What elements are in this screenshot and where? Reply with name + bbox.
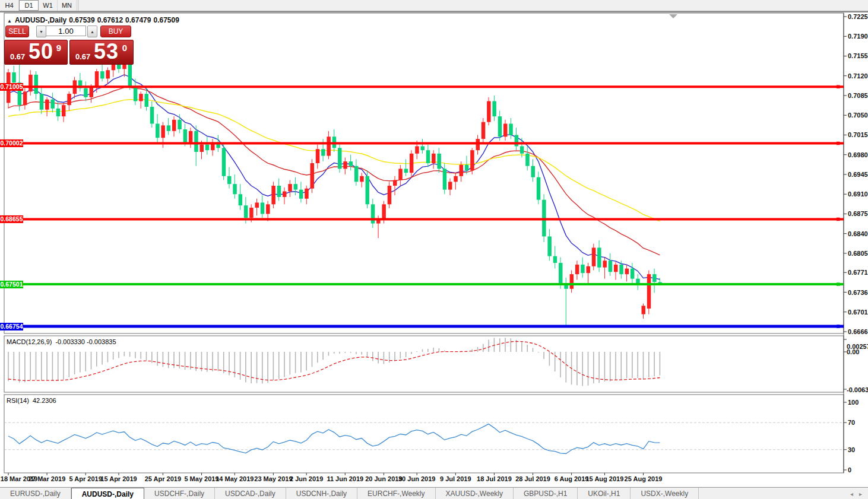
collapse-icon[interactable]: ▲ xyxy=(7,18,12,24)
price-tick-label: 0.71550 xyxy=(848,52,868,59)
rsi-tick-label: 100 xyxy=(848,399,859,406)
price-tick-label: 0.70850 xyxy=(848,92,868,99)
buy-quote-box[interactable]: 0.67 53 0 xyxy=(69,40,134,65)
rsi-name: RSI(14) xyxy=(7,397,29,404)
ohlc-close: 0.67509 xyxy=(153,16,179,24)
panel-splitter[interactable] xyxy=(4,391,844,393)
chart-tab-ukoilh1[interactable]: UKOil-,H1 xyxy=(578,488,631,499)
macd-signal-value: -0.003835 xyxy=(87,338,116,345)
date-tick-label: 6 Aug 2019 xyxy=(555,475,589,482)
chart-tab-usdxweekly[interactable]: USDX-,Weekly xyxy=(631,488,699,499)
price-tick-label: 0.69100 xyxy=(848,190,868,198)
macd-tick-label: 0.00 xyxy=(847,348,859,355)
ohlc-low: 0.67479 xyxy=(125,16,151,24)
rsi-value: 42.2306 xyxy=(33,397,56,404)
macd-tick-label: -0.006326 xyxy=(847,386,868,393)
level-price-tag: 0.67501 xyxy=(0,281,23,288)
rsi-indicator-label: RSI(14)42.2306 xyxy=(7,397,56,404)
timeframe-button-h4[interactable]: H4 xyxy=(0,0,19,11)
level-price-tag: 0.71005 xyxy=(0,83,23,91)
date-tick-label: 18 Jul 2019 xyxy=(477,475,512,482)
buy-button[interactable]: BUY xyxy=(100,26,131,37)
tab-scroll-right-button[interactable]: ▸ xyxy=(859,491,862,497)
price-tick-label: 0.71900 xyxy=(848,33,868,40)
chart-tab-eurusddaily[interactable]: EURUSD-,Daily xyxy=(0,488,71,499)
buy-price-pipette: 0 xyxy=(122,43,127,53)
symbol-period-label: AUDUSD-,Daily xyxy=(15,16,66,24)
chart-title: ▲AUDUSD-,Daily0.675390.676120.674790.675… xyxy=(7,16,182,24)
buy-price-main: 53 xyxy=(94,39,119,64)
tab-scroll-left-button[interactable]: ◂ xyxy=(850,491,853,497)
timeframe-button-w1[interactable]: W1 xyxy=(39,0,58,11)
date-tick-label: 5 May 2019 xyxy=(184,475,218,482)
date-tick-label: 5 Apr 2019 xyxy=(69,475,102,482)
ohlc-high: 0.67612 xyxy=(97,16,123,24)
date-tick-label: 14 May 2019 xyxy=(216,475,254,482)
date-tick-label: 30 Jun 2019 xyxy=(398,475,435,482)
sell-price-pipette: 9 xyxy=(56,43,61,53)
timeframe-button-mn[interactable]: MN xyxy=(58,0,77,11)
chart-tab-eurchfweekly[interactable]: EURCHF-,Weekly xyxy=(357,488,435,499)
panel-splitter[interactable] xyxy=(4,332,844,335)
timeframe-button-d1[interactable]: D1 xyxy=(19,0,39,11)
price-tick-label: 0.68050 xyxy=(848,250,868,257)
price-tick-label: 0.68400 xyxy=(848,230,868,237)
sell-button[interactable]: SELL xyxy=(5,26,29,37)
chart-tab-xauusdweekly[interactable]: XAUUSD-,Weekly xyxy=(436,488,514,499)
chart-canvas[interactable] xyxy=(0,11,868,487)
timeframe-toolbar: H4D1W1MN xyxy=(0,0,868,11)
volume-input[interactable] xyxy=(46,26,86,36)
sell-quote-box[interactable]: 0.67 50 9 xyxy=(4,40,68,65)
rsi-tick-label: 0 xyxy=(848,466,851,473)
macd-panel xyxy=(4,336,844,392)
rsi-panel xyxy=(4,395,844,473)
chart-tab-usdcnhdaily[interactable]: USDCNH-,Daily xyxy=(286,488,357,499)
price-tick-label: 0.71200 xyxy=(848,72,868,80)
price-tick-label: 0.72250 xyxy=(848,13,868,20)
macd-main-value: -0.003330 xyxy=(55,338,85,345)
rsi-tick-label: 30 xyxy=(848,446,855,453)
date-tick-label: 27 Mar 2019 xyxy=(28,475,65,482)
date-tick-label: 28 Jul 2019 xyxy=(515,475,550,482)
chart-tab-bar: EURUSD-,DailyAUDUSD-,DailyUSDCHF-,DailyU… xyxy=(0,487,868,499)
chart-tab-usdcaddaily[interactable]: USDCAD-,Daily xyxy=(215,488,286,499)
date-tick-label: 20 Jun 2019 xyxy=(365,475,402,482)
price-tick-label: 0.67360 xyxy=(848,289,868,296)
date-tick-label: 23 May 2019 xyxy=(254,475,292,482)
price-tick-label: 0.66660 xyxy=(848,328,868,335)
volume-increase-button[interactable]: ▲ xyxy=(87,26,97,37)
chart-tab-audusddaily[interactable]: AUDUSD-,Daily xyxy=(71,488,144,499)
date-tick-label: 25 Apr 2019 xyxy=(145,475,181,482)
date-tick-label: 9 Jul 2019 xyxy=(440,475,471,482)
macd-indicator-label: MACD(12,26,9)-0.003330 -0.003835 xyxy=(7,338,116,345)
price-tick-label: 0.70150 xyxy=(848,131,868,138)
price-tick-label: 0.67710 xyxy=(848,269,868,276)
date-tick-label: 15 Apr 2019 xyxy=(100,475,137,482)
level-price-tag: 0.70002 xyxy=(0,139,23,147)
one-click-trading-panel: SELL ▼ ▲ BUY 0.67 50 9 0.67 53 0 xyxy=(4,26,134,77)
date-tick-label: 25 Aug 2019 xyxy=(625,475,663,482)
macd-name: MACD(12,26,9) xyxy=(7,338,52,345)
chart-tab-gbpusdh1[interactable]: GBPUSD-,H1 xyxy=(514,488,578,499)
date-tick-label: 15 Aug 2019 xyxy=(585,475,623,482)
date-tick-label: 11 Jun 2019 xyxy=(327,475,363,482)
volume-decrease-button[interactable]: ▼ xyxy=(36,26,46,37)
ohlc-open: 0.67539 xyxy=(69,16,94,24)
buy-price-prefix: 0.67 xyxy=(75,52,90,61)
sell-price-main: 50 xyxy=(28,39,53,64)
chart-window[interactable]: ▲AUDUSD-,Daily0.675390.676120.674790.675… xyxy=(0,11,868,487)
level-price-tag: 0.66754 xyxy=(0,323,23,330)
rsi-tick-label: 70 xyxy=(848,419,855,426)
price-tick-label: 0.70500 xyxy=(848,112,868,119)
price-tick-label: 0.67010 xyxy=(848,309,868,316)
level-price-tag: 0.68655 xyxy=(0,215,23,223)
toolbar-separator xyxy=(77,0,78,11)
price-tick-label: 0.69800 xyxy=(848,151,868,158)
chart-tab-usdchfdaily[interactable]: USDCHF-,Daily xyxy=(144,488,215,499)
date-tick-label: 2 Jun 2019 xyxy=(290,475,323,482)
price-tick-label: 0.68750 xyxy=(848,210,868,217)
tab-nav-arrows: ◂▸ xyxy=(850,488,868,499)
price-tick-label: 0.69450 xyxy=(848,171,868,178)
sell-price-prefix: 0.67 xyxy=(10,52,25,61)
